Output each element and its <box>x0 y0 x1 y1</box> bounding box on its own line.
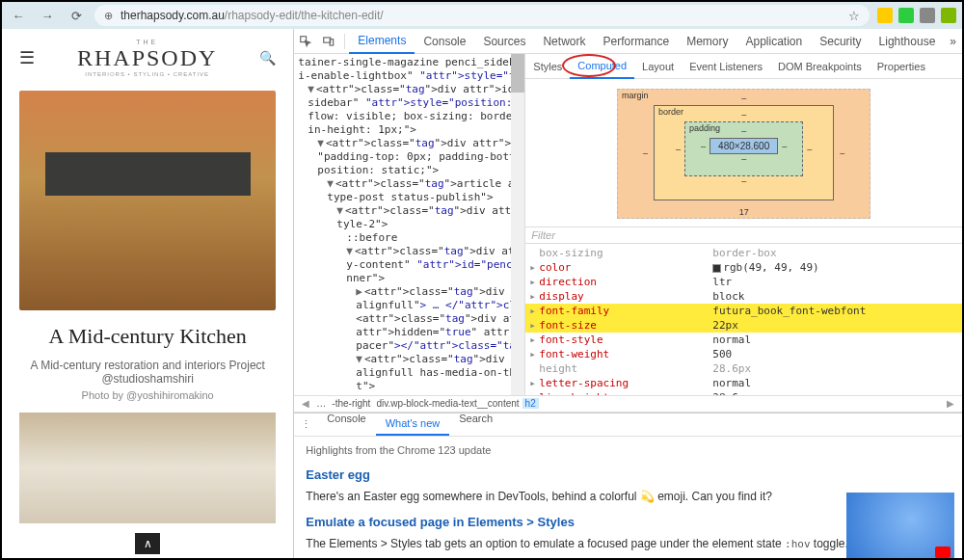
inspect-icon[interactable] <box>294 35 317 48</box>
computed-property-row[interactable]: ▸directionltr <box>525 275 962 289</box>
computed-property-row[interactable]: ▸font-familyfutura_book_font-webfont <box>525 304 962 318</box>
dom-node[interactable]: "padding-top: 0px; padding-bottom: 1 <box>298 150 521 164</box>
search-icon[interactable]: 🔍 <box>259 50 276 66</box>
box-model-border-label: border <box>658 107 683 117</box>
computed-property-row[interactable]: ▸colorrgb(49, 49, 49) <box>525 260 962 275</box>
reload-button[interactable]: ⟳ <box>66 5 87 26</box>
dom-node[interactable]: tyle-2"> <box>298 218 521 231</box>
box-model-diagram[interactable]: margin – – border – – padding – – <box>525 79 962 227</box>
computed-property-row[interactable]: height28.6px <box>525 361 962 376</box>
drawer-tabs: ⋮ ConsoleWhat's newSearch <box>294 413 962 437</box>
extension-icon-1[interactable] <box>898 8 914 23</box>
dom-node[interactable]: nner"> <box>298 272 521 285</box>
dom-node[interactable]: ▶<attr">class="tag">figure attr">class="… <box>298 393 521 395</box>
drawer-tab-search[interactable]: Search <box>449 413 502 436</box>
dom-node[interactable]: ▼<attr">class="tag">div attr">class="inn… <box>298 245 521 258</box>
dom-node[interactable]: alignfull has-media-on-the-ri <box>298 366 521 380</box>
computed-properties-list[interactable]: box-sizingborder-box▸colorrgb(49, 49, 49… <box>525 244 962 395</box>
devtools-tab-network[interactable]: Network <box>534 29 594 54</box>
dom-node[interactable]: sidebar" "attr">style="position: relativ… <box>298 96 521 110</box>
dom-node[interactable]: <attr">class="tag">div attr">style="heig… <box>298 312 521 326</box>
devtools-tab-elements[interactable]: Elements <box>349 29 415 54</box>
styles-subtab-styles[interactable]: Styles <box>525 54 570 79</box>
scrollbar[interactable] <box>511 54 524 395</box>
photo-credit: Photo by @yoshihiromakino <box>2 389 293 401</box>
breadcrumb-next-icon[interactable]: ▶ <box>943 398 958 409</box>
dom-node[interactable]: position: static;"> <box>298 164 521 177</box>
logo-top: THE <box>77 39 217 45</box>
menu-icon[interactable]: ☰ <box>19 47 35 68</box>
browser-toolbar: ← → ⟳ ⊕ therhapsody.com.au/rhapsody-edit… <box>2 2 962 29</box>
computed-property-row[interactable]: ▸font-size22px <box>525 318 962 333</box>
dom-node[interactable]: y-content" "attr">id="penci-post-entry <box>298 258 521 272</box>
extension-icon-3[interactable] <box>941 8 956 23</box>
dom-node[interactable]: attr">hidden="true" attr">class="wp-bloc… <box>298 326 521 339</box>
dom-node[interactable]: i-enable-lightbox" "attr">style="transfo… <box>298 69 521 83</box>
devtools-tab-lighthouse[interactable]: Lighthouse <box>870 29 945 54</box>
devtools-tab-console[interactable]: Console <box>415 29 474 54</box>
styles-subtab-dom-breakpoints[interactable]: DOM Breakpoints <box>770 54 870 79</box>
computed-property-row[interactable]: ▸displayblock <box>525 289 962 304</box>
computed-property-row[interactable]: box-sizingborder-box <box>525 246 962 260</box>
devtools-tab-application[interactable]: Application <box>737 29 812 54</box>
dom-node[interactable]: pacer"></"attr">class="tag">div> <box>298 339 521 353</box>
back-to-top-button[interactable]: ∧ <box>135 533 160 554</box>
device-toggle-icon[interactable] <box>317 35 340 48</box>
box-model-margin-label: margin <box>622 91 649 100</box>
devtools-tab-memory[interactable]: Memory <box>678 29 736 54</box>
site-info-icon[interactable]: ⊕ <box>104 10 113 22</box>
more-tabs-icon[interactable]: » <box>944 35 962 48</box>
dom-node[interactable]: ▼<attr">class="tag">div attr">id="main" … <box>298 83 521 96</box>
computed-property-row[interactable]: ▸font-stylenormal <box>525 333 962 347</box>
devtools-tab-performance[interactable]: Performance <box>594 29 678 54</box>
sparkle-emoji-icon: 💫 <box>640 488 655 505</box>
styles-subtab-layout[interactable]: Layout <box>634 54 682 79</box>
drawer-menu-icon[interactable]: ⋮ <box>294 418 317 431</box>
styles-subtabs: StylesComputedLayoutEvent ListenersDOM B… <box>525 54 962 79</box>
dom-node[interactable]: ▼<attr">class="tag">article attr">id="po… <box>298 177 521 191</box>
extension-icon-2[interactable] <box>920 8 935 23</box>
dom-node[interactable]: ▼<attr">class="tag">div attr">class="pos… <box>298 204 521 218</box>
dom-node[interactable]: ▶<attr">class="tag">div attr">class="wp-… <box>298 285 521 299</box>
breadcrumb-item[interactable]: … <box>313 398 329 409</box>
breadcrumb-item[interactable]: h2 <box>522 398 539 409</box>
dom-tree-panel[interactable]: tainer-single-magazine penci_sidebar pen… <box>294 54 525 395</box>
box-model-margin-bottom: 17 <box>739 207 749 217</box>
dom-node[interactable]: type-post status-publish"> <box>298 191 521 204</box>
styles-subtab-event-listeners[interactable]: Event Listeners <box>682 54 770 79</box>
article-subtitle: A Mid-century restoration and interiors … <box>2 359 293 386</box>
drawer-tab-console[interactable]: Console <box>317 413 375 436</box>
styles-subtab-properties[interactable]: Properties <box>870 54 933 79</box>
styles-subtab-computed[interactable]: Computed <box>570 54 634 79</box>
dom-node[interactable]: ▼<attr">class="tag">div attr">class="wp-… <box>298 353 521 366</box>
back-button[interactable]: ← <box>8 5 29 26</box>
dom-node[interactable]: tainer-single-magazine penci_sidebar pen <box>298 56 521 69</box>
devtools-main-tabs: ElementsConsoleSourcesNetworkPerformance… <box>294 29 962 54</box>
whatsnew-headline: Highlights from the Chrome 123 update <box>306 444 951 456</box>
dom-node[interactable]: flow: visible; box-sizing: border-box; <box>298 110 521 123</box>
dom-breadcrumb[interactable]: ◀ …-the-rightdiv.wp-block-media-text__co… <box>294 395 962 413</box>
breadcrumb-item[interactable]: -the-right <box>329 398 373 409</box>
dom-node[interactable]: ▼<attr">class="tag">div attr">class="the… <box>298 137 521 150</box>
dom-node[interactable]: ::before <box>298 231 521 245</box>
forward-button[interactable]: → <box>37 5 58 26</box>
bookmark-icon[interactable]: ☆ <box>848 9 860 23</box>
whatsnew-section-1[interactable]: Easter egg <box>306 467 951 482</box>
devtools-tab-security[interactable]: Security <box>811 29 870 54</box>
dom-node[interactable]: alignfull"> … </"attr">class="tag">div> <box>298 299 521 312</box>
address-bar[interactable]: ⊕ therhapsody.com.au/rhapsody-edit/the-k… <box>94 5 870 26</box>
video-thumbnail[interactable] <box>846 493 954 560</box>
dom-node[interactable]: in-height: 1px;"> <box>298 123 521 137</box>
url-text: therhapsody.com.au/rhapsody-edit/the-kit… <box>120 9 841 22</box>
computed-property-row[interactable]: ▸font-weight500 <box>525 347 962 361</box>
breadcrumb-prev-icon[interactable]: ◀ <box>298 398 313 409</box>
site-logo[interactable]: RHAPSODY <box>77 45 217 71</box>
devtools-panel: ElementsConsoleSourcesNetworkPerformance… <box>293 29 962 560</box>
computed-filter-input[interactable]: Filter <box>525 227 962 244</box>
devtools-tab-sources[interactable]: Sources <box>474 29 534 54</box>
extension-icon-0[interactable] <box>877 8 893 23</box>
dom-node[interactable]: t"> <box>298 380 521 393</box>
drawer-tab-what-s-new[interactable]: What's new <box>376 413 450 436</box>
breadcrumb-item[interactable]: div.wp-block-media-text__content <box>373 398 522 409</box>
computed-property-row[interactable]: ▸letter-spacingnormal <box>525 376 962 390</box>
